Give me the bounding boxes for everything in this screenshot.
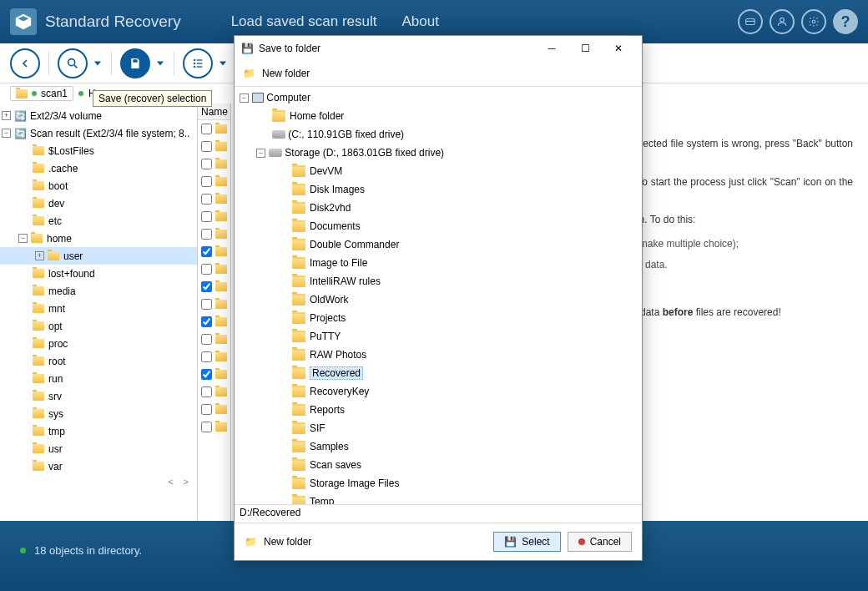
dialog-folder-item[interactable]: Temp [235,492,642,505]
dialog-folder-item[interactable]: IntelliRAW rules [235,272,642,290]
card-icon[interactable] [738,9,763,34]
dialog-folder-item[interactable]: OldWork [235,290,642,309]
maximize-button[interactable]: ☐ [568,38,602,59]
row-checkbox[interactable] [201,264,212,275]
menu-load-saved[interactable]: Load saved scan result [231,13,377,30]
gear-icon[interactable] [801,9,826,34]
breadcrumb-scan1[interactable]: scan1 [10,86,73,101]
dialog-folder-item[interactable]: Projects [235,309,642,327]
help-icon[interactable]: ? [833,9,858,34]
list-row[interactable] [198,260,230,278]
tree-home-folder[interactable]: Home folder [235,107,642,125]
list-row[interactable] [198,278,230,296]
row-checkbox[interactable] [201,369,212,380]
save-button[interactable] [120,48,150,78]
list-row[interactable] [198,208,230,225]
dialog-folder-item[interactable]: Storage Image Files [235,474,642,492]
tree-item-user[interactable]: +user [0,247,197,265]
tree-item[interactable]: lost+found [0,265,197,282]
file-list[interactable]: Name [198,104,231,521]
dialog-folder-item[interactable]: Samples [235,437,642,456]
tree-drive-d[interactable]: − Storage (D:, 1863.01GB fixed drive) [235,144,642,162]
scan-button[interactable] [58,48,88,78]
tree-item[interactable]: dev [0,194,197,212]
row-checkbox[interactable] [201,334,212,345]
tree-computer[interactable]: − Computer [235,88,642,107]
list-button[interactable] [183,48,213,78]
tree-item[interactable]: var [0,457,197,475]
list-row[interactable] [198,243,230,260]
list-row[interactable] [198,155,230,173]
dialog-folder-item[interactable]: DevVM [235,162,642,180]
tree-item[interactable]: .cache [0,159,197,177]
dialog-folder-item[interactable]: RAW Photos [235,346,642,364]
row-checkbox[interactable] [201,299,212,310]
list-row[interactable] [198,383,230,401]
list-row[interactable] [198,225,230,243]
list-row[interactable] [198,331,230,348]
menu-about[interactable]: About [402,13,439,30]
row-checkbox[interactable] [201,281,212,292]
row-checkbox[interactable] [201,422,212,432]
dialog-folder-item[interactable]: Reports [235,401,642,419]
list-row[interactable] [198,366,230,383]
dialog-folder-item[interactable]: Scan saves [235,456,642,474]
tree-item[interactable]: sys [0,405,197,422]
scan-dropdown[interactable] [93,61,103,66]
tree-scan-result[interactable]: −🔄Scan result (Ext2/3/4 file system; 8.. [0,124,197,142]
dialog-folder-item[interactable]: Disk2vhd [235,199,642,217]
dialog-folder-item[interactable]: Documents [235,217,642,235]
tree-item[interactable]: proc [0,335,197,352]
list-row[interactable] [198,120,230,138]
list-row[interactable] [198,401,230,418]
list-dropdown[interactable] [218,61,228,66]
select-button[interactable]: 💾Select [493,532,560,552]
cancel-button[interactable]: Cancel [568,532,632,552]
list-row[interactable] [198,190,230,208]
row-checkbox[interactable] [201,351,212,362]
tree-item[interactable]: opt [0,317,197,335]
row-checkbox[interactable] [201,159,212,169]
list-row[interactable] [198,418,230,436]
new-folder-top[interactable]: 📁New folder [235,61,642,86]
tree-volume[interactable]: +🔄Ext2/3/4 volume [0,107,197,124]
row-checkbox[interactable] [201,229,212,240]
row-checkbox[interactable] [201,211,212,222]
row-checkbox[interactable] [201,316,212,327]
row-checkbox[interactable] [201,404,212,415]
minimize-button[interactable]: ─ [535,38,568,59]
tree-item[interactable]: run [0,370,197,387]
dialog-folder-item[interactable]: PuTTY [235,327,642,346]
tree-item[interactable]: −home [0,230,197,247]
tree-item[interactable]: tmp [0,422,197,440]
user-icon[interactable] [770,9,795,34]
dialog-folder-item[interactable]: Disk Images [235,180,642,199]
list-row[interactable] [198,313,230,331]
row-checkbox[interactable] [201,124,212,134]
folder-tree[interactable]: − Computer Home folder (C:, 110.91GB fix… [235,86,642,505]
back-button[interactable] [10,48,40,78]
dialog-folder-item[interactable]: Image to File [235,254,642,272]
left-tree[interactable]: +🔄Ext2/3/4 volume −🔄Scan result (Ext2/3/… [0,104,198,521]
new-folder-bottom[interactable]: 📁New folder [245,529,311,554]
tree-drive-c[interactable]: (C:, 110.91GB fixed drive) [235,125,642,144]
close-button[interactable]: ✕ [602,38,635,59]
list-row[interactable] [198,173,230,190]
tree-item[interactable]: $LostFiles [0,142,197,159]
row-checkbox[interactable] [201,194,212,205]
dialog-folder-item[interactable]: SIF [235,419,642,437]
tree-item[interactable]: root [0,352,197,370]
row-checkbox[interactable] [201,246,212,257]
dialog-folder-item[interactable]: Recovered [235,364,642,382]
tree-item[interactable]: usr [0,440,197,457]
tree-item[interactable]: media [0,282,197,300]
dialog-folder-item[interactable]: RecoveryKey [235,382,642,401]
dialog-folder-item[interactable]: Double Commander [235,235,642,254]
row-checkbox[interactable] [201,141,212,152]
tree-item[interactable]: srv [0,387,197,405]
path-field[interactable]: D:/Recovered [235,505,642,523]
tree-item[interactable]: boot [0,177,197,194]
tree-item[interactable]: mnt [0,300,197,317]
list-row[interactable] [198,296,230,313]
list-row[interactable] [198,348,230,366]
